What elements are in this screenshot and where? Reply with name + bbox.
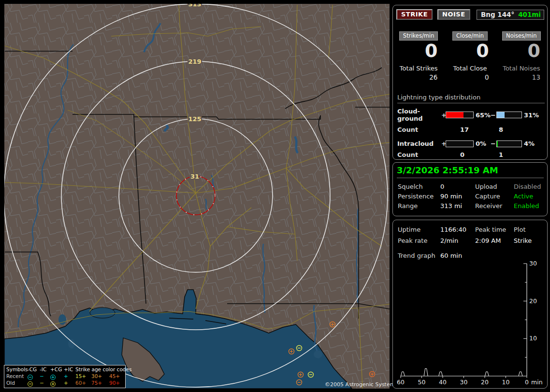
plus-sign: + [441,112,446,119]
range-ring-label: 219 [188,58,201,65]
age-90: 90+ [109,379,125,386]
minus-sign: − [491,112,496,119]
strikes-per-min-value: 0 [393,42,444,60]
legend-col-pos-ic: +IC [64,366,75,373]
current-datetime: 3/2/2026 2:55:19 AM [397,165,544,178]
range-ring-label: 125 [188,115,201,123]
peak-time-label: Peak time [475,224,514,235]
trend-x-tick-label: 10 [502,378,510,386]
cg-positive-count: 17 [446,126,474,133]
cg-count-label: Count [397,126,441,133]
cg-negative-pct: 31% [522,112,541,119]
bearing-distance: 401mi [518,11,541,18]
ic-positive-count: 0 [446,151,474,158]
total-close-value: 0 [444,73,495,81]
cg-positive-pct: 65% [474,112,491,119]
distribution-section-title: Lightning type distribution [397,94,545,103]
range-value: 313 mi [440,201,475,211]
legend-symbols-header: Symbols [6,366,28,373]
receiver-label: Receiver [475,201,514,211]
strikes-per-min-chip[interactable]: Strikes/min [399,31,438,41]
bearing-indicator[interactable]: Bng 144° 401mi [477,10,544,20]
trend-x-tick-label: 50 [418,378,426,386]
ic-positive-bar [446,140,474,147]
legend-recent-label: Recent [6,373,28,379]
range-ring-label: 31 [190,173,199,180]
cloud-ground-label: Cloud-ground [397,108,441,122]
pos-ic-recent-icon: + [64,373,75,379]
trend-y-tick-label: 10 [529,335,537,342]
age-75: 75+ [91,379,109,386]
legend-col-pos-cg: +CG [50,366,64,373]
total-noises-value: 13 [496,73,547,81]
counters-panel: STRIKE NOISE Bng 144° 401mi Strikes/min … [392,5,548,160]
trend-x-tick-label: 0 [525,378,529,386]
lightning-map[interactable]: 31321912531 [4,4,390,389]
total-strikes-label: Total Strikes [393,65,444,72]
ic-negative-count: 1 [496,151,522,158]
trend-x-axis-unit: min [531,378,543,386]
total-strikes-value: 26 [393,73,444,81]
range-ring-label: 313 [188,4,201,8]
squelch-label: Squelch [398,182,440,192]
age-60: 60+ [75,379,91,386]
pos-cg-old-icon: + [50,379,64,386]
neg-ic-recent-icon: − [40,373,50,379]
trend-y-tick-label: 30 [529,260,537,267]
capture-label: Capture [475,192,514,201]
persistence-label: Persistence [398,192,440,201]
neg-cg-old-icon: − [28,379,40,386]
trend-x-tick-label: 60 [397,378,405,386]
cg-positive-bar [446,112,474,118]
map-legend: Symbols -CG -IC +CG +IC Strike age color… [4,365,126,388]
trend-spike [485,372,489,376]
noises-per-min-chip[interactable]: Noises/min [502,31,540,41]
upload-label: Upload [475,182,514,192]
peak-rate-label: Peak rate [398,235,440,246]
total-close-label: Total Close [444,65,495,72]
lake-pontchartrain [90,308,115,318]
noise-toggle-button[interactable]: NOISE [437,9,470,20]
legend-col-neg-ic: -IC [40,366,50,373]
uptime-value: 1166:40 [440,224,475,235]
strike-toggle-button[interactable]: STRIKE [396,9,433,20]
ic-positive-pct: 0% [474,140,491,147]
total-noises-label: Total Noises [496,65,547,72]
trend-spike [424,368,428,376]
capture-status: Active [514,192,547,201]
trend-y-tick-label: 20 [529,297,537,305]
ic-negative-bar [496,140,522,147]
uptime-label: Uptime [398,224,440,235]
trend-x-tick-label: 20 [481,378,489,386]
plus-sign: + [441,140,446,147]
age-30: 30+ [91,373,109,379]
ic-negative-pct: 4% [522,140,541,147]
nexstorm-window: 31321912531 Symbols -CG -IC +CG +IC Stri… [0,0,550,392]
close-per-min-value: 0 [444,42,495,60]
range-label: Range [398,201,440,211]
plot-mode-value: Strike [514,235,547,246]
neg-cg-recent-icon: − [28,373,40,379]
legend-old-label: Old [6,379,28,386]
intracloud-label: Intracloud [397,140,441,147]
cg-negative-bar [496,112,522,118]
close-per-min-chip[interactable]: Close/min [452,31,488,41]
trend-panel: Uptime 1166:40 Peak time Plot Peak rate … [392,220,548,389]
cg-negative-count: 8 [496,126,522,133]
legend-col-neg-cg: -CG [28,366,40,373]
trend-x-tick-label: 30 [460,378,468,386]
peak-time-value: 2:09 AM [475,235,514,246]
trend-spike [401,372,405,376]
age-15: 15+ [75,373,91,379]
ic-count-label: Count [397,151,441,158]
receiver-status: Enabled [514,201,547,211]
peak-rate-value: 2/min [440,235,475,246]
noises-per-min-value: 0 [496,42,547,60]
plot-label: Plot [514,224,547,235]
trend-spike [519,372,522,376]
upload-status: Disabled [514,182,547,192]
pos-cg-recent-icon: + [50,373,64,379]
trend-x-tick-label: 40 [439,378,447,386]
bearing-label: Bng 144° [481,11,514,18]
minus-sign: − [491,140,496,147]
